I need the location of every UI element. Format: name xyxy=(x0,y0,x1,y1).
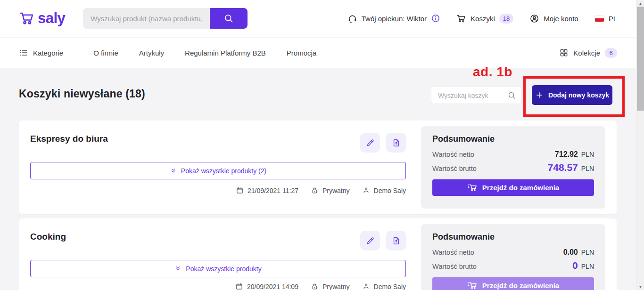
headset-icon xyxy=(347,14,357,24)
account-icon xyxy=(529,14,539,24)
lock-icon xyxy=(311,282,319,290)
gross-label: Wartość brutto xyxy=(432,263,477,270)
calendar-icon xyxy=(235,282,243,290)
list-icon xyxy=(19,48,28,57)
product-search-button[interactable] xyxy=(210,8,248,29)
summary-title: Podsumowanie xyxy=(432,134,594,144)
search-icon[interactable] xyxy=(507,91,516,100)
export-cart-button[interactable] xyxy=(386,133,406,153)
net-label: Wartość netto xyxy=(432,249,474,256)
go-to-order-button[interactable]: Przejdź do zamówienia xyxy=(432,179,594,196)
caretaker-item[interactable]: Twój opiekun: Wiktor xyxy=(347,14,440,24)
show-products-button[interactable]: Pokaż wszystkie produkty (2) xyxy=(30,162,406,179)
collections-count-badge: 6 xyxy=(605,48,617,58)
nav-divider-right xyxy=(541,38,541,68)
categories-label: Kategorie xyxy=(33,49,63,57)
main-nav: Kategorie O firmie Artykuły Regulamin Pl… xyxy=(0,38,636,68)
carts-label: Koszyki xyxy=(471,15,495,23)
nav-link-regulamin[interactable]: Regulamin Platformy B2B xyxy=(185,49,266,57)
caretaker-label: Twój opiekun: Wiktor xyxy=(362,15,427,23)
show-products-label: Pokaż wszystkie produkty (2) xyxy=(181,167,266,175)
order-cart-icon xyxy=(467,281,477,290)
cart-visibility: Prywatny xyxy=(311,282,350,290)
language-label: PL xyxy=(609,15,617,23)
cart-search-input[interactable] xyxy=(438,92,507,99)
show-products-button[interactable]: Pokaż wszystkie produkty xyxy=(30,260,406,277)
nav-link-artykuly[interactable]: Artykuły xyxy=(139,49,164,57)
gross-label: Wartość brutto xyxy=(432,165,477,172)
scroll-up-arrow-icon[interactable]: ▲ xyxy=(636,0,644,7)
search-icon xyxy=(223,13,234,24)
order-cart-icon xyxy=(467,183,477,193)
export-document-icon xyxy=(392,236,401,245)
scroll-down-arrow-icon[interactable]: ▼ xyxy=(636,283,644,290)
gross-amount: 0PLN xyxy=(572,260,594,271)
summary-title: Podsumowanie xyxy=(432,232,594,242)
scrollbar-thumb[interactable] xyxy=(637,7,644,111)
product-search xyxy=(83,8,248,29)
language-switcher[interactable]: PL xyxy=(594,15,617,23)
cart-visibility: Prywatny xyxy=(311,186,350,194)
cart-logo-icon xyxy=(19,10,35,26)
cart-search xyxy=(431,87,521,104)
export-document-icon xyxy=(392,138,401,147)
flag-pl-icon xyxy=(594,15,604,22)
cart-date: 21/09/2021 11:27 xyxy=(236,186,298,194)
go-to-order-label: Przejdź do zamówienia xyxy=(482,282,559,290)
pencil-icon xyxy=(366,138,375,147)
info-icon[interactable] xyxy=(431,14,440,23)
add-cart-label: Dodaj nowy koszyk xyxy=(548,91,609,99)
add-cart-button[interactable]: Dodaj nowy koszyk xyxy=(532,85,612,105)
cart-owner: Demo Saly xyxy=(362,282,406,290)
double-chevron-down-icon xyxy=(174,265,182,272)
annotation-text: ad. 1b xyxy=(473,64,512,80)
carts-count-badge: 18 xyxy=(499,14,513,24)
go-to-order-label: Przejdź do zamówienia xyxy=(482,184,559,192)
cart-summary: Podsumowanie Wartość netto 0.00PLN Warto… xyxy=(421,224,605,290)
plus-icon xyxy=(535,91,544,99)
page-title: Koszyki niewysłane (18) xyxy=(19,88,145,100)
my-account-item[interactable]: Moje konto xyxy=(529,14,578,24)
net-amount: 0.00PLN xyxy=(563,248,594,257)
cart-date: 20/09/2021 14:09 xyxy=(235,282,298,290)
calendar-icon xyxy=(236,186,244,194)
header-carts-item[interactable]: Koszyki 18 xyxy=(456,14,513,24)
lock-icon xyxy=(311,186,319,194)
gross-amount: 748.57PLN xyxy=(548,162,594,173)
go-to-order-button[interactable]: Przejdź do zamówienia xyxy=(432,277,594,290)
edit-cart-button[interactable] xyxy=(360,133,380,153)
nav-collections[interactable]: Kolekcje 6 xyxy=(559,48,617,58)
cart-card: Ekspresy do biura Pokaż wszystkie produk… xyxy=(19,121,617,214)
nav-link-promocja[interactable]: Promocja xyxy=(287,49,316,57)
brand-logo[interactable]: saly xyxy=(19,10,65,27)
cart-owner: Demo Saly xyxy=(362,186,406,194)
browser-scrollbar[interactable]: ▲ ▼ xyxy=(636,0,644,290)
show-products-label: Pokaż wszystkie produkty xyxy=(186,265,261,273)
net-amount: 712.92PLN xyxy=(555,150,594,159)
pencil-icon xyxy=(366,236,375,245)
net-label: Wartość netto xyxy=(432,151,474,158)
person-icon xyxy=(362,282,370,290)
product-search-input[interactable] xyxy=(83,8,210,29)
person-icon xyxy=(362,186,370,194)
brand-name: saly xyxy=(38,10,65,27)
cart-name: Cooking xyxy=(30,232,66,242)
account-label: Moje konto xyxy=(544,15,578,23)
cart-card: Cooking Pokaż wszystkie produkty 20/09/2… xyxy=(19,218,617,290)
nav-categories[interactable]: Kategorie xyxy=(19,48,63,57)
collections-label: Kolekcje xyxy=(573,49,600,57)
cart-icon xyxy=(456,14,466,24)
nav-link-o-firmie[interactable]: O firmie xyxy=(93,49,118,57)
top-header: saly Twój opiekun: Wiktor Koszyki 18 xyxy=(0,0,636,37)
edit-cart-button[interactable] xyxy=(360,231,380,250)
double-chevron-down-icon xyxy=(170,167,177,174)
grid-icon xyxy=(559,48,569,57)
cart-summary: Podsumowanie Wartość netto 712.92PLN War… xyxy=(421,126,605,209)
export-cart-button[interactable] xyxy=(386,231,406,250)
nav-divider xyxy=(79,38,79,68)
cart-name: Ekspresy do biura xyxy=(30,134,108,144)
